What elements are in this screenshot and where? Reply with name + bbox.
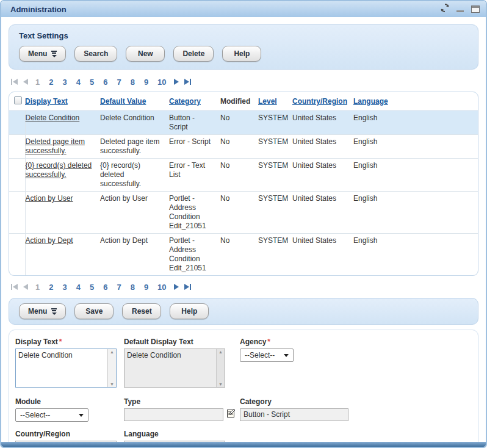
- list-toolbar: Menu Search New Delete Help: [19, 46, 468, 62]
- cell-language: English: [353, 159, 478, 192]
- page-number[interactable]: 5: [88, 283, 96, 292]
- sort-country-region[interactable]: Country/Region: [292, 97, 347, 106]
- scrollbar: ▲▼: [216, 349, 225, 387]
- table-row[interactable]: Deleted page item successfully. Deleted …: [9, 135, 478, 159]
- display-text-textarea[interactable]: Delete Condition ▲▼: [15, 349, 117, 388]
- cell-language: English: [353, 135, 478, 159]
- type-label: Type: [124, 397, 240, 406]
- menu-button[interactable]: Menu: [19, 46, 66, 62]
- page-number[interactable]: 10: [156, 283, 168, 292]
- next-page-icon[interactable]: [174, 284, 179, 290]
- form-menu-button[interactable]: Menu: [19, 303, 66, 319]
- agency-select[interactable]: --Select--: [240, 349, 294, 362]
- page-number[interactable]: 3: [60, 283, 68, 292]
- next-page-icon[interactable]: [174, 79, 179, 85]
- page-number[interactable]: 3: [60, 78, 68, 87]
- row-display-text-link[interactable]: Action by User: [26, 194, 73, 203]
- page-number[interactable]: 7: [115, 78, 123, 87]
- page-number[interactable]: 6: [101, 78, 109, 87]
- module-select[interactable]: --Select--: [15, 408, 88, 422]
- page-number[interactable]: 5: [88, 78, 96, 87]
- delete-button[interactable]: Delete: [173, 46, 214, 62]
- page-number[interactable]: 10: [156, 78, 168, 87]
- help-button[interactable]: Help: [222, 46, 261, 62]
- form-toolbar: Menu Save Reset Help: [9, 298, 478, 325]
- text-settings-table: Display Text Default Value Category Modi…: [9, 92, 478, 276]
- row-display-text-link[interactable]: Delete Condition: [26, 114, 80, 122]
- cell-category: Error - Text List: [169, 159, 220, 192]
- minimize-icon[interactable]: [456, 10, 464, 12]
- save-button[interactable]: Save: [74, 303, 114, 319]
- default-display-text-textarea: Delete Condition ▲▼: [124, 349, 225, 388]
- prev-page-icon[interactable]: [23, 79, 28, 85]
- scroll-up-icon[interactable]: ▲: [110, 350, 114, 354]
- reset-button[interactable]: Reset: [122, 303, 161, 319]
- page-number[interactable]: 4: [74, 78, 82, 87]
- scroll-down-icon[interactable]: ▼: [110, 382, 114, 386]
- new-button[interactable]: New: [126, 46, 165, 62]
- page-number[interactable]: 4: [74, 283, 82, 292]
- type-lookup-icon[interactable]: [226, 408, 236, 421]
- cell-country: United States: [292, 135, 353, 159]
- cell-modified: No: [220, 135, 258, 159]
- table-row[interactable]: Action by Dept Action by Dept Portlet - …: [9, 234, 478, 276]
- sort-display-text[interactable]: Display Text: [25, 97, 68, 106]
- cell-modified: No: [220, 159, 258, 192]
- cell-language: English: [353, 192, 478, 234]
- chevron-down-icon: [79, 414, 84, 417]
- default-display-text-label: Default Display Text: [124, 338, 240, 346]
- text-setting-form: Display Text* Delete Condition ▲▼ Defaul…: [9, 330, 478, 448]
- row-display-text-link[interactable]: {0} record(s) deleted successfully.: [26, 161, 92, 179]
- page-number[interactable]: 2: [47, 78, 55, 87]
- scroll-down-icon: ▼: [218, 382, 223, 386]
- scrollbar[interactable]: ▲▼: [107, 349, 116, 387]
- table-header-row: Display Text Default Value Category Modi…: [9, 92, 478, 111]
- cell-language: English: [353, 111, 478, 135]
- administration-window: Administration Text Settings Menu Search…: [0, 0, 487, 448]
- page-number[interactable]: 6: [101, 283, 109, 292]
- cell-category: Button - Script: [169, 111, 220, 135]
- page-number[interactable]: 9: [142, 283, 150, 292]
- page-number[interactable]: 1: [34, 78, 41, 87]
- search-button[interactable]: Search: [74, 46, 117, 62]
- type-input[interactable]: [124, 408, 223, 421]
- form-help-button[interactable]: Help: [170, 303, 209, 319]
- page-number[interactable]: 2: [47, 283, 55, 292]
- display-text-label: Display Text*: [15, 338, 124, 346]
- maximize-icon[interactable]: [471, 5, 480, 13]
- select-all-checkbox[interactable]: [14, 96, 22, 104]
- table-row[interactable]: Delete Condition Delete Condition Button…: [9, 111, 478, 135]
- sort-language[interactable]: Language: [353, 97, 388, 106]
- page-number[interactable]: 7: [115, 283, 123, 292]
- sort-level[interactable]: Level: [258, 97, 277, 106]
- prev-page-icon[interactable]: [23, 284, 28, 290]
- menu-dropdown-icon: [51, 51, 57, 57]
- page-number[interactable]: 9: [142, 78, 150, 87]
- last-page-icon[interactable]: [184, 284, 191, 290]
- table-row[interactable]: {0} record(s) deleted successfully. {0} …: [9, 159, 478, 192]
- table-row[interactable]: Action by User Action by User Portlet - …: [9, 192, 478, 234]
- country-region-label: Country/Region: [15, 430, 124, 438]
- sort-default-value[interactable]: Default Value: [100, 97, 146, 106]
- text-settings-panel: Text Settings Menu Search New Delete Hel…: [9, 24, 478, 70]
- row-display-text-link[interactable]: Deleted page item successfully.: [26, 137, 85, 155]
- first-page-icon[interactable]: [11, 79, 18, 85]
- pagination-bottom: 1 2 3 4 5 6 7 8 9 10: [11, 281, 476, 293]
- page-number[interactable]: 8: [129, 283, 137, 292]
- agency-label: Agency*: [240, 338, 362, 346]
- page-number[interactable]: 1: [34, 283, 41, 292]
- first-page-icon[interactable]: [11, 284, 18, 290]
- section-title: Text Settings: [19, 31, 468, 40]
- scroll-up-icon: ▲: [218, 350, 223, 354]
- cell-country: United States: [292, 234, 353, 276]
- last-page-icon[interactable]: [184, 79, 191, 85]
- page-number[interactable]: 8: [129, 78, 137, 87]
- cell-default-value: {0} record(s) deleted successfully.: [100, 159, 169, 192]
- sort-category[interactable]: Category: [169, 97, 201, 106]
- refresh-icon[interactable]: [441, 4, 449, 15]
- category-input: Button - Script: [240, 408, 348, 421]
- required-marker: *: [59, 338, 62, 346]
- cell-country: United States: [292, 192, 353, 234]
- row-display-text-link[interactable]: Action by Dept: [26, 236, 73, 245]
- menu-dropdown-icon: [51, 308, 57, 315]
